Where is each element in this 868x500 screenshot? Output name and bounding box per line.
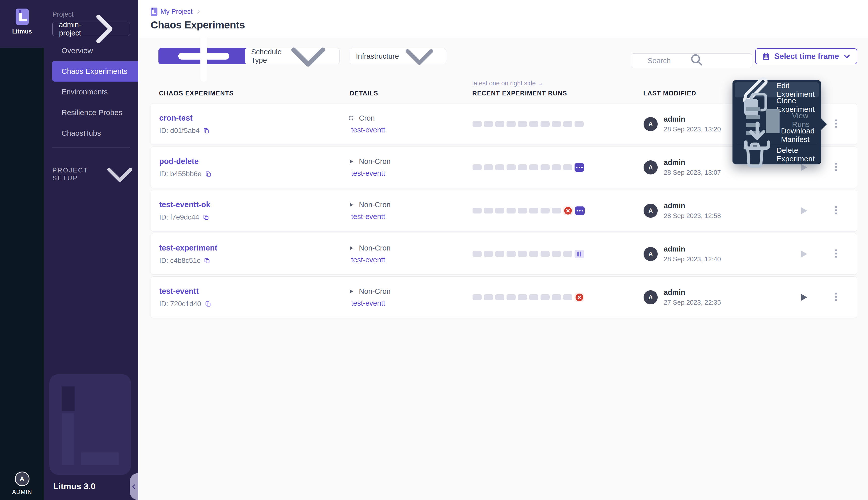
experiment-id-text: ID: c4b8c51c [159,257,200,265]
run-pill-empty[interactable] [473,164,482,170]
run-pill-empty[interactable] [473,208,482,214]
run-pill-failed[interactable] [563,206,573,215]
time-frame-button[interactable]: Select time frame [755,48,857,64]
sidebar-item-chaoshubs[interactable]: ChaosHubs [44,123,138,144]
run-pill-empty[interactable] [473,294,482,300]
run-pill-empty[interactable] [529,294,538,300]
sidebar-item-resilience-probes[interactable]: Resilience Probes [44,102,138,123]
experiment-name-link[interactable]: pod-delete [159,157,212,166]
run-pill-empty[interactable] [529,208,538,214]
row-menu-button[interactable] [831,161,842,174]
run-pill-empty[interactable] [552,294,561,300]
run-pill-empty[interactable] [495,164,504,170]
infrastructure-link[interactable]: test-eventt [351,299,391,307]
experiment-id: ID: f7e9dc44 [159,213,210,221]
experiment-name-link[interactable]: test-eventt [159,287,211,296]
run-pill-empty[interactable] [484,208,493,214]
infrastructure-link[interactable]: test-eventt [351,256,391,264]
run-pill-empty[interactable] [484,251,493,257]
run-pill-empty[interactable] [518,251,527,257]
run-pill-empty[interactable] [484,164,493,170]
copy-icon[interactable] [205,171,212,177]
run-pill-empty[interactable] [529,121,538,127]
run-pill-empty[interactable] [529,251,538,257]
run-pill-empty[interactable] [541,294,550,300]
run-pill-empty[interactable] [518,164,527,170]
modified-by-user: admin [664,288,721,297]
row-avatar: A [644,117,658,131]
infrastructure-link[interactable]: test-eventt [351,169,391,178]
run-pill-empty[interactable] [507,208,516,214]
infrastructure-link[interactable]: test-eventt [351,126,385,134]
run-pill-empty[interactable] [563,294,572,300]
row-avatar: A [644,247,658,261]
run-pill-empty[interactable] [563,164,572,170]
run-pill-empty[interactable] [541,251,550,257]
run-pill-empty[interactable] [507,121,516,127]
copy-icon[interactable] [203,214,209,220]
copy-icon[interactable] [204,257,210,264]
run-pill-empty[interactable] [484,121,493,127]
sidebar-collapse-handle[interactable] [130,473,138,500]
run-pill-empty[interactable] [552,208,561,214]
run-pill-empty[interactable] [552,251,561,257]
infrastructure-select[interactable]: Infrastructure [350,48,446,64]
run-pill-empty[interactable] [529,164,538,170]
run-pill-empty[interactable] [518,294,527,300]
run-experiment-button[interactable] [798,292,809,303]
row-menu-button[interactable] [831,291,842,304]
sidebar-rail: Litmus A ADMIN [0,0,44,500]
menu-item-label: Download Manifest [781,127,815,144]
schedule-type-label: Non-Cron [359,244,391,252]
run-pill-running[interactable] [575,163,584,172]
play-icon [798,292,809,303]
run-pill-empty[interactable] [541,208,550,214]
run-pill-empty[interactable] [507,251,516,257]
run-pill-empty[interactable] [507,294,516,300]
run-pill-paused[interactable] [575,250,584,258]
run-pill-empty[interactable] [495,121,504,127]
experiment-name-cell: cron-testID: d01f5ab4 [159,103,210,145]
run-pill-empty[interactable] [495,208,504,214]
row-menu-button[interactable] [831,248,842,261]
menu-item-delete-experiment[interactable]: Delete Experiment [735,147,819,162]
run-pill-empty[interactable] [575,121,584,127]
run-pill-empty[interactable] [495,251,504,257]
project-setup-toggle[interactable]: PROJECT SETUP [53,156,138,193]
user-avatar[interactable]: A [15,471,30,486]
experiment-details-cell: Non-Crontest-eventt [348,190,391,231]
infrastructure-link[interactable]: test-eventt [351,213,391,221]
modified-by-user: admin [664,158,721,167]
sidebar-item-overview[interactable]: Overview [44,40,138,61]
run-pill-empty[interactable] [518,208,527,214]
run-pill-running[interactable] [575,206,585,215]
run-pill-empty[interactable] [518,121,527,127]
run-pill-empty[interactable] [473,121,482,127]
project-selector[interactable]: admin-project [53,22,130,36]
row-menu-button[interactable] [831,117,842,130]
row-menu-button[interactable] [831,204,842,217]
sidebar-item-chaos-experiments[interactable]: Chaos Experiments [52,61,138,82]
run-pill-empty[interactable] [541,164,550,170]
breadcrumb-link[interactable]: My Project [160,8,193,15]
run-pill-empty[interactable] [552,121,561,127]
run-pill-empty[interactable] [473,251,482,257]
run-pill-empty[interactable] [484,294,493,300]
copy-icon[interactable] [205,300,211,307]
experiment-name-link[interactable]: cron-test [159,114,210,123]
schedule-type-select[interactable]: Schedule Type [245,48,340,64]
copy-icon[interactable] [203,127,210,134]
experiment-name-link[interactable]: test-experiment [159,243,217,252]
experiment-id-text: ID: f7e9dc44 [159,213,199,221]
run-pill-empty[interactable] [507,164,516,170]
run-pill-empty[interactable] [552,164,561,170]
run-pill-failed[interactable] [575,293,584,302]
litmus-logo-icon[interactable] [15,9,29,25]
run-pill-empty[interactable] [541,121,550,127]
litmus-app: Litmus A ADMIN Project admin-project Ove… [0,0,868,500]
sidebar-item-environments[interactable]: Environments [44,82,138,102]
experiment-name-link[interactable]: test-eventt-ok [159,200,210,209]
run-pill-empty[interactable] [563,251,572,257]
run-pill-empty[interactable] [495,294,504,300]
run-pill-empty[interactable] [563,121,572,127]
